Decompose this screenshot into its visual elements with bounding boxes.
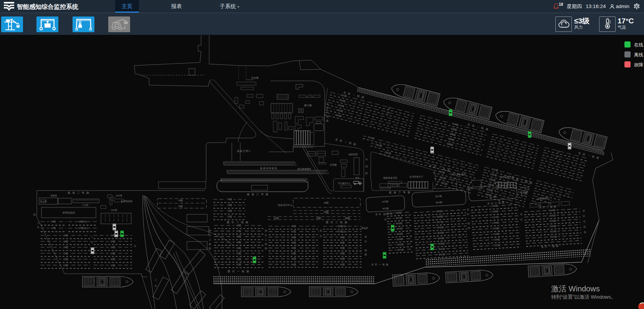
- svg-text:泵电房: 泵电房: [361, 227, 368, 229]
- svg-text:线: 线: [467, 222, 470, 225]
- svg-text:区: 区: [91, 241, 93, 243]
- svg-text:C09箱: C09箱: [491, 204, 498, 207]
- svg-text:A07箱: A07箱: [396, 216, 402, 219]
- svg-text:前湾联检大厅: 前湾联检大厅: [409, 175, 423, 178]
- svg-text:42箱: 42箱: [291, 257, 296, 260]
- svg-text:B06箱: B06箱: [437, 226, 444, 229]
- svg-text:五: 五: [583, 220, 586, 223]
- svg-text:15箱: 15箱: [111, 240, 116, 243]
- svg-text:北: 北: [557, 150, 560, 153]
- svg-text:东: 东: [384, 213, 386, 215]
- svg-text:三: 三: [209, 238, 211, 241]
- svg-text:路: 路: [584, 231, 586, 234]
- svg-text:三: 三: [265, 238, 267, 241]
- svg-text:71箱: 71箱: [227, 215, 232, 218]
- svg-text:一: 一: [365, 244, 367, 247]
- svg-text:11箱: 11箱: [111, 264, 115, 266]
- svg-text:B08箱: B08箱: [437, 215, 443, 218]
- svg-text:C04箱: C04箱: [493, 232, 499, 235]
- svg-text:47箱: 47箱: [291, 230, 296, 233]
- svg-text:02A箱: 02A箱: [339, 98, 346, 102]
- svg-text:34箱: 34箱: [236, 247, 241, 249]
- svg-text:03D箱: 03D箱: [489, 178, 496, 182]
- svg-text:区: 区: [467, 213, 470, 215]
- svg-text:转到“设置”以激活 Windows。: 转到“设置”以激活 Windows。: [551, 294, 616, 300]
- svg-text:疏 港 二 号 路: 疏 港 二 号 路: [389, 191, 411, 194]
- svg-text:03A箱: 03A箱: [338, 103, 345, 107]
- svg-text:05B箱: 05B箱: [447, 142, 454, 146]
- svg-text:西 区 二 线 路: 西 区 二 线 路: [226, 221, 249, 224]
- svg-text:35箱: 35箱: [236, 241, 241, 243]
- svg-text:A03箱: A03箱: [397, 238, 403, 241]
- svg-text:37箱: 37箱: [236, 230, 241, 232]
- svg-text:04B箱: 04B箱: [448, 137, 455, 141]
- svg-text:洗车棚: 洗车棚: [330, 163, 337, 166]
- svg-text:45箱: 45箱: [291, 241, 296, 244]
- svg-text:68箱: 68箱: [345, 217, 350, 219]
- svg-text:西 区 二 线 路: 西 区 二 线 路: [325, 221, 348, 224]
- svg-text:B07箱: B07箱: [437, 220, 443, 224]
- svg-text:A02箱: A02箱: [397, 243, 404, 246]
- svg-text:A11箱: A11箱: [382, 200, 389, 203]
- svg-text:船舶楼: 船舶楼: [51, 194, 57, 197]
- svg-text:51箱: 51箱: [340, 263, 345, 266]
- svg-text:32箱: 32箱: [236, 258, 241, 260]
- svg-text:C07箱: C07箱: [492, 215, 499, 219]
- svg-text:02C箱: 02C箱: [375, 143, 382, 147]
- svg-text:C06箱: C06箱: [492, 221, 499, 224]
- svg-text:路: 路: [326, 119, 329, 122]
- svg-text:A04箱: A04箱: [396, 232, 403, 235]
- svg-text:区: 区: [583, 215, 585, 217]
- svg-text:区: 区: [265, 234, 267, 237]
- svg-text:北 区 一 线 路: 北 区 一 线 路: [467, 123, 489, 131]
- svg-text:A08箱: A08箱: [395, 211, 402, 214]
- svg-text:01D箱: 01D箱: [492, 168, 499, 172]
- svg-text:A10箱: A10箱: [382, 207, 389, 210]
- svg-text:74箱: 74箱: [178, 199, 183, 202]
- svg-text:22箱: 22箱: [63, 258, 68, 260]
- svg-text:26箱: 26箱: [63, 234, 68, 237]
- svg-text:16箱: 16箱: [111, 234, 116, 237]
- svg-text:14箱: 14箱: [111, 246, 116, 248]
- svg-text:路: 路: [468, 227, 471, 230]
- svg-text:D04箱: D04箱: [549, 219, 556, 222]
- svg-text:C05箱: C05箱: [492, 227, 499, 230]
- svg-text:新营箱插箱: 新营箱插箱: [121, 200, 132, 203]
- svg-text:57箱(冷): 57箱(冷): [338, 230, 347, 233]
- svg-text:28箱: 28箱: [51, 220, 56, 223]
- svg-text:73箱: 73箱: [227, 204, 232, 206]
- svg-text:区: 区: [365, 240, 367, 243]
- svg-text:区: 区: [37, 226, 40, 228]
- svg-text:05A箱: 05A箱: [335, 113, 342, 118]
- svg-text:离线: 离线: [634, 52, 643, 58]
- svg-text:线: 线: [365, 249, 367, 251]
- svg-text:西: 西: [364, 235, 367, 238]
- svg-text:60箱: 60箱: [324, 201, 329, 204]
- svg-text:西: 西: [208, 229, 211, 232]
- svg-text:31箱: 31箱: [236, 263, 241, 266]
- svg-text:23箱: 23箱: [63, 252, 68, 255]
- svg-text:C02箱: C02箱: [494, 243, 500, 247]
- svg-text:区: 区: [209, 234, 211, 237]
- svg-text:02D箱: 02D箱: [490, 173, 497, 177]
- svg-text:06D箱: 06D箱: [485, 192, 492, 197]
- svg-text:13箱: 13箱: [111, 252, 116, 255]
- svg-text:区: 区: [320, 235, 322, 237]
- svg-text:区: 区: [384, 218, 387, 221]
- svg-text:东: 东: [583, 209, 585, 212]
- svg-text:区: 区: [556, 155, 559, 158]
- svg-text:疏 港 二 号 路: 疏 港 二 号 路: [247, 193, 269, 196]
- svg-text:安全服务中心: 安全服务中心: [338, 182, 351, 185]
- svg-text:33箱: 33箱: [236, 252, 241, 255]
- svg-text:西: 西: [264, 229, 267, 232]
- svg-text:一: 一: [467, 217, 470, 220]
- svg-text:56箱: 56箱: [340, 236, 345, 238]
- svg-text:区: 区: [386, 111, 390, 114]
- svg-text:43箱: 43箱: [291, 252, 296, 255]
- svg-text:线: 线: [209, 243, 211, 245]
- svg-text:73箱: 73箱: [178, 205, 183, 207]
- svg-text:06C箱: 06C箱: [441, 181, 448, 186]
- svg-text:三: 三: [155, 278, 157, 281]
- svg-text:52箱: 52箱: [340, 257, 345, 260]
- svg-text:疏港王闸口: 疏港王闸口: [237, 150, 251, 153]
